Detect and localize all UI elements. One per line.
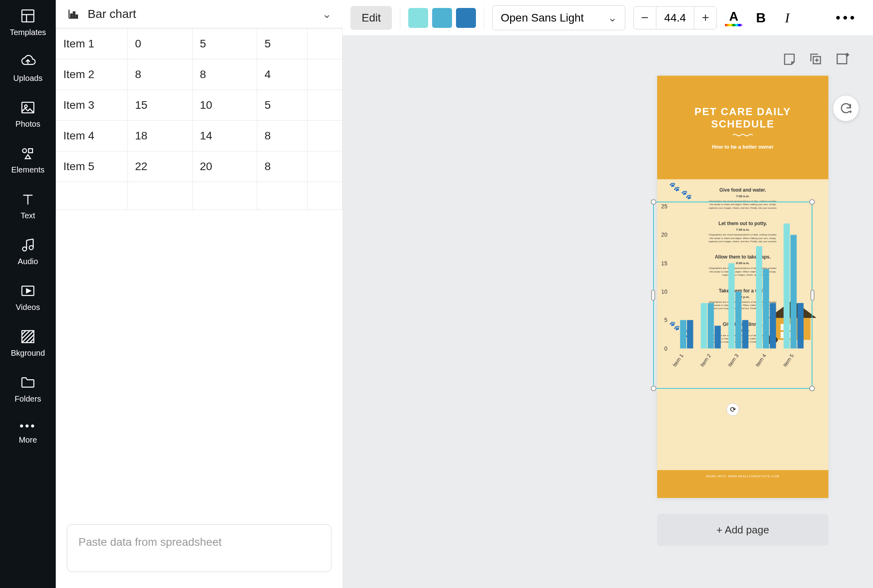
table-empty-cell[interactable] bbox=[307, 29, 342, 59]
add-page-icon[interactable] bbox=[835, 52, 849, 66]
design-page[interactable]: PET CARE DAILY SCHEDULE How to be a bett… bbox=[657, 76, 828, 498]
svg-text:20: 20 bbox=[661, 231, 667, 238]
svg-rect-27 bbox=[76, 15, 78, 18]
chevron-down-icon: ⌄ bbox=[608, 11, 617, 24]
svg-rect-31 bbox=[837, 54, 847, 64]
table-category-cell[interactable]: Item 4 bbox=[56, 121, 128, 151]
table-empty-cell[interactable] bbox=[192, 182, 257, 210]
svg-text:0: 0 bbox=[664, 345, 667, 352]
chart-type-selector[interactable]: Bar chart ⌄ bbox=[56, 0, 343, 28]
sidebar-item-text[interactable]: Text bbox=[20, 191, 36, 220]
table-empty-cell[interactable] bbox=[56, 182, 128, 210]
table-empty-cell[interactable] bbox=[307, 151, 342, 182]
resize-handle-mid-left[interactable] bbox=[651, 290, 655, 301]
audio-icon bbox=[20, 237, 36, 253]
table-empty-cell[interactable] bbox=[128, 182, 193, 210]
text-color-letter: A bbox=[729, 9, 738, 24]
text-color-button[interactable]: A bbox=[725, 9, 742, 26]
table-value-cell[interactable]: 8 bbox=[257, 151, 307, 182]
sidebar-item-uploads[interactable]: Uploads bbox=[13, 54, 42, 83]
chart-data-table[interactable]: Item 1055Item 2884Item 315105Item 418148… bbox=[56, 28, 343, 210]
rotate-handle[interactable]: ⟳ bbox=[726, 403, 739, 416]
svg-text:5: 5 bbox=[664, 317, 667, 323]
paw-icon: 🐾 bbox=[681, 190, 692, 200]
sidebar-item-templates[interactable]: Templates bbox=[10, 8, 46, 37]
sidebar-item-folders[interactable]: Folders bbox=[15, 374, 41, 404]
svg-rect-54 bbox=[701, 303, 707, 349]
sidebar-item-audio[interactable]: Audio bbox=[18, 237, 38, 266]
svg-rect-51 bbox=[680, 320, 687, 348]
font-size-value[interactable]: 44.4 bbox=[656, 7, 695, 29]
canvas-area[interactable]: PET CARE DAILY SCHEDULE How to be a bett… bbox=[343, 36, 873, 588]
color-swatch-2[interactable] bbox=[432, 8, 452, 28]
sidebar-label: Audio bbox=[18, 257, 38, 266]
resize-handle-top-right[interactable] bbox=[809, 199, 815, 205]
resize-handle-bottom-left[interactable] bbox=[651, 386, 656, 391]
svg-rect-56 bbox=[714, 326, 721, 349]
resize-handle-mid-right[interactable] bbox=[810, 290, 814, 301]
font-size-decrease-button[interactable]: − bbox=[634, 7, 656, 29]
svg-line-18 bbox=[22, 331, 26, 335]
table-value-cell[interactable]: 8 bbox=[257, 121, 307, 151]
table-value-cell[interactable]: 10 bbox=[192, 90, 257, 121]
bold-button[interactable]: B bbox=[750, 7, 771, 29]
table-value-cell[interactable]: 20 bbox=[192, 151, 257, 182]
table-value-cell[interactable]: 14 bbox=[192, 121, 257, 151]
svg-point-10 bbox=[23, 247, 27, 251]
table-value-cell[interactable]: 5 bbox=[192, 29, 257, 59]
sidebar-label: More bbox=[19, 435, 37, 445]
svg-rect-58 bbox=[728, 263, 735, 349]
italic-button[interactable]: I bbox=[779, 7, 795, 29]
font-family-select[interactable]: Open Sans Light ⌄ bbox=[492, 5, 625, 30]
notes-icon[interactable] bbox=[782, 52, 797, 66]
chart-data-panel: Bar chart ⌄ Item 1055Item 2884Item 31510… bbox=[56, 0, 343, 588]
table-value-cell[interactable]: 4 bbox=[257, 59, 307, 90]
sidebar-item-elements[interactable]: Elements bbox=[11, 145, 44, 174]
table-category-cell[interactable]: Item 5 bbox=[56, 151, 128, 182]
toolbar-divider bbox=[400, 7, 400, 29]
edit-button[interactable]: Edit bbox=[350, 6, 392, 30]
sidebar-item-more[interactable]: ••• More bbox=[19, 420, 37, 445]
resize-handle-top-left[interactable] bbox=[651, 199, 656, 205]
sidebar-label: Elements bbox=[11, 165, 44, 174]
table-value-cell[interactable]: 8 bbox=[128, 59, 193, 90]
toolbar-more-button[interactable]: ••• bbox=[836, 10, 865, 25]
background-icon bbox=[20, 329, 36, 345]
svg-text:Item 5: Item 5 bbox=[782, 353, 795, 368]
sidebar-item-background[interactable]: Bkground bbox=[11, 329, 45, 358]
sidebar-label: Bkground bbox=[11, 349, 45, 358]
design-header: PET CARE DAILY SCHEDULE How to be a bett… bbox=[657, 76, 828, 179]
uploads-icon bbox=[20, 54, 36, 70]
color-swatch-3[interactable] bbox=[456, 8, 476, 28]
font-size-increase-button[interactable]: + bbox=[694, 7, 716, 29]
chevron-down-icon: ⌄ bbox=[322, 8, 331, 21]
table-value-cell[interactable]: 8 bbox=[192, 59, 257, 90]
svg-line-14 bbox=[27, 239, 33, 240]
table-value-cell[interactable]: 5 bbox=[257, 90, 307, 121]
table-value-cell[interactable]: 0 bbox=[128, 29, 193, 59]
footer-info: MORE INFO: WWW.REALLYGREATSITE.COM bbox=[707, 475, 779, 478]
add-page-button[interactable]: + Add page bbox=[657, 514, 828, 546]
svg-line-19 bbox=[22, 331, 30, 339]
table-empty-cell[interactable] bbox=[307, 59, 342, 90]
table-empty-cell[interactable] bbox=[307, 90, 342, 121]
duplicate-page-icon[interactable] bbox=[808, 52, 823, 66]
sidebar-item-photos[interactable]: Photos bbox=[16, 100, 40, 129]
paste-data-textarea[interactable]: Paste data from spreadsheet bbox=[67, 524, 331, 572]
table-empty-cell[interactable] bbox=[307, 182, 342, 210]
table-value-cell[interactable]: 5 bbox=[257, 29, 307, 59]
table-category-cell[interactable]: Item 1 bbox=[56, 29, 128, 59]
resize-handle-bottom-right[interactable] bbox=[809, 386, 815, 391]
table-value-cell[interactable]: 15 bbox=[128, 90, 193, 121]
table-category-cell[interactable]: Item 2 bbox=[56, 59, 128, 90]
table-empty-cell[interactable] bbox=[257, 182, 307, 210]
table-value-cell[interactable]: 22 bbox=[128, 151, 193, 182]
sidebar-item-videos[interactable]: Videos bbox=[16, 283, 40, 312]
floating-action-button[interactable] bbox=[833, 96, 859, 121]
table-value-cell[interactable]: 18 bbox=[128, 121, 193, 151]
table-category-cell[interactable]: Item 3 bbox=[56, 90, 128, 121]
table-empty-cell[interactable] bbox=[307, 121, 342, 151]
color-swatch-1[interactable] bbox=[408, 8, 428, 28]
page-actions bbox=[782, 52, 849, 66]
selected-chart-element[interactable]: 0510152025Item 1Item 2Item 3Item 4Item 5… bbox=[653, 202, 812, 389]
